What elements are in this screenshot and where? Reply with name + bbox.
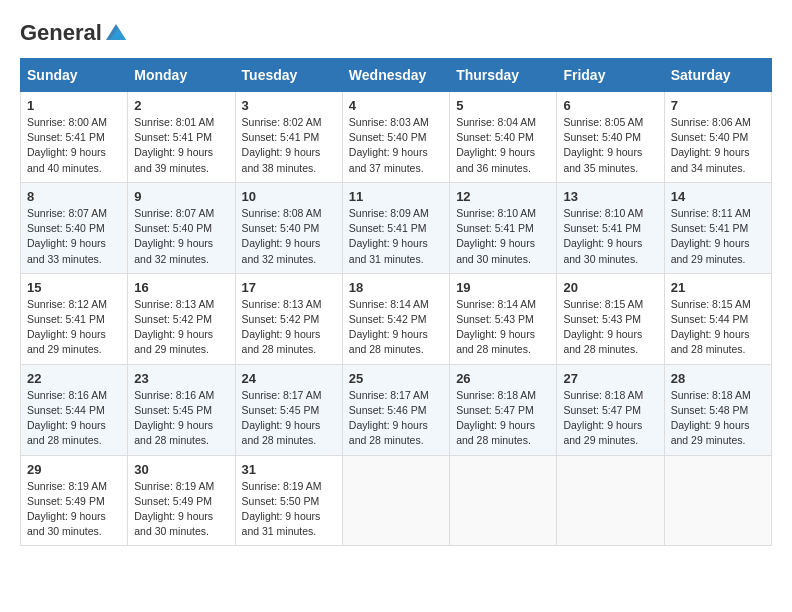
day-number: 5	[456, 98, 550, 113]
calendar-cell	[342, 455, 449, 546]
day-info: Sunrise: 8:14 AM Sunset: 5:42 PM Dayligh…	[349, 297, 443, 358]
calendar-cell: 19 Sunrise: 8:14 AM Sunset: 5:43 PM Dayl…	[450, 273, 557, 364]
day-number: 15	[27, 280, 121, 295]
day-info: Sunrise: 8:15 AM Sunset: 5:44 PM Dayligh…	[671, 297, 765, 358]
day-info: Sunrise: 8:14 AM Sunset: 5:43 PM Dayligh…	[456, 297, 550, 358]
day-number: 24	[242, 371, 336, 386]
day-number: 25	[349, 371, 443, 386]
calendar-cell: 10 Sunrise: 8:08 AM Sunset: 5:40 PM Dayl…	[235, 182, 342, 273]
calendar-week-row: 1 Sunrise: 8:00 AM Sunset: 5:41 PM Dayli…	[21, 92, 772, 183]
calendar-cell: 22 Sunrise: 8:16 AM Sunset: 5:44 PM Dayl…	[21, 364, 128, 455]
day-number: 17	[242, 280, 336, 295]
day-info: Sunrise: 8:18 AM Sunset: 5:47 PM Dayligh…	[456, 388, 550, 449]
calendar-cell: 16 Sunrise: 8:13 AM Sunset: 5:42 PM Dayl…	[128, 273, 235, 364]
day-info: Sunrise: 8:03 AM Sunset: 5:40 PM Dayligh…	[349, 115, 443, 176]
day-number: 14	[671, 189, 765, 204]
day-number: 9	[134, 189, 228, 204]
day-number: 8	[27, 189, 121, 204]
day-info: Sunrise: 8:15 AM Sunset: 5:43 PM Dayligh…	[563, 297, 657, 358]
calendar-cell: 4 Sunrise: 8:03 AM Sunset: 5:40 PM Dayli…	[342, 92, 449, 183]
header-friday: Friday	[557, 59, 664, 92]
calendar-cell: 31 Sunrise: 8:19 AM Sunset: 5:50 PM Dayl…	[235, 455, 342, 546]
calendar-cell: 7 Sunrise: 8:06 AM Sunset: 5:40 PM Dayli…	[664, 92, 771, 183]
calendar-cell: 15 Sunrise: 8:12 AM Sunset: 5:41 PM Dayl…	[21, 273, 128, 364]
day-number: 27	[563, 371, 657, 386]
calendar-week-row: 15 Sunrise: 8:12 AM Sunset: 5:41 PM Dayl…	[21, 273, 772, 364]
calendar-cell: 11 Sunrise: 8:09 AM Sunset: 5:41 PM Dayl…	[342, 182, 449, 273]
day-number: 12	[456, 189, 550, 204]
day-info: Sunrise: 8:04 AM Sunset: 5:40 PM Dayligh…	[456, 115, 550, 176]
day-info: Sunrise: 8:13 AM Sunset: 5:42 PM Dayligh…	[134, 297, 228, 358]
day-number: 13	[563, 189, 657, 204]
day-info: Sunrise: 8:02 AM Sunset: 5:41 PM Dayligh…	[242, 115, 336, 176]
day-info: Sunrise: 8:19 AM Sunset: 5:50 PM Dayligh…	[242, 479, 336, 540]
calendar-cell	[664, 455, 771, 546]
day-info: Sunrise: 8:07 AM Sunset: 5:40 PM Dayligh…	[134, 206, 228, 267]
day-number: 10	[242, 189, 336, 204]
calendar-cell: 12 Sunrise: 8:10 AM Sunset: 5:41 PM Dayl…	[450, 182, 557, 273]
day-number: 3	[242, 98, 336, 113]
day-number: 1	[27, 98, 121, 113]
calendar-cell: 30 Sunrise: 8:19 AM Sunset: 5:49 PM Dayl…	[128, 455, 235, 546]
day-info: Sunrise: 8:19 AM Sunset: 5:49 PM Dayligh…	[27, 479, 121, 540]
header-saturday: Saturday	[664, 59, 771, 92]
calendar-week-row: 8 Sunrise: 8:07 AM Sunset: 5:40 PM Dayli…	[21, 182, 772, 273]
day-number: 21	[671, 280, 765, 295]
calendar-cell: 20 Sunrise: 8:15 AM Sunset: 5:43 PM Dayl…	[557, 273, 664, 364]
day-info: Sunrise: 8:13 AM Sunset: 5:42 PM Dayligh…	[242, 297, 336, 358]
calendar-header-row: Sunday Monday Tuesday Wednesday Thursday…	[21, 59, 772, 92]
day-number: 2	[134, 98, 228, 113]
header-wednesday: Wednesday	[342, 59, 449, 92]
calendar-cell: 8 Sunrise: 8:07 AM Sunset: 5:40 PM Dayli…	[21, 182, 128, 273]
logo-general: General	[20, 20, 102, 46]
day-info: Sunrise: 8:08 AM Sunset: 5:40 PM Dayligh…	[242, 206, 336, 267]
day-info: Sunrise: 8:06 AM Sunset: 5:40 PM Dayligh…	[671, 115, 765, 176]
calendar-cell	[450, 455, 557, 546]
day-info: Sunrise: 8:16 AM Sunset: 5:44 PM Dayligh…	[27, 388, 121, 449]
calendar-cell: 26 Sunrise: 8:18 AM Sunset: 5:47 PM Dayl…	[450, 364, 557, 455]
day-info: Sunrise: 8:10 AM Sunset: 5:41 PM Dayligh…	[563, 206, 657, 267]
day-number: 29	[27, 462, 121, 477]
day-number: 20	[563, 280, 657, 295]
calendar-week-row: 29 Sunrise: 8:19 AM Sunset: 5:49 PM Dayl…	[21, 455, 772, 546]
header-monday: Monday	[128, 59, 235, 92]
calendar-cell: 6 Sunrise: 8:05 AM Sunset: 5:40 PM Dayli…	[557, 92, 664, 183]
day-number: 18	[349, 280, 443, 295]
calendar-cell: 3 Sunrise: 8:02 AM Sunset: 5:41 PM Dayli…	[235, 92, 342, 183]
calendar-cell: 24 Sunrise: 8:17 AM Sunset: 5:45 PM Dayl…	[235, 364, 342, 455]
day-number: 19	[456, 280, 550, 295]
calendar-cell: 23 Sunrise: 8:16 AM Sunset: 5:45 PM Dayl…	[128, 364, 235, 455]
calendar-cell: 9 Sunrise: 8:07 AM Sunset: 5:40 PM Dayli…	[128, 182, 235, 273]
day-info: Sunrise: 8:18 AM Sunset: 5:48 PM Dayligh…	[671, 388, 765, 449]
calendar-week-row: 22 Sunrise: 8:16 AM Sunset: 5:44 PM Dayl…	[21, 364, 772, 455]
header-tuesday: Tuesday	[235, 59, 342, 92]
day-number: 30	[134, 462, 228, 477]
day-info: Sunrise: 8:19 AM Sunset: 5:49 PM Dayligh…	[134, 479, 228, 540]
calendar-cell: 1 Sunrise: 8:00 AM Sunset: 5:41 PM Dayli…	[21, 92, 128, 183]
day-info: Sunrise: 8:01 AM Sunset: 5:41 PM Dayligh…	[134, 115, 228, 176]
header-sunday: Sunday	[21, 59, 128, 92]
calendar-cell: 5 Sunrise: 8:04 AM Sunset: 5:40 PM Dayli…	[450, 92, 557, 183]
calendar-cell: 2 Sunrise: 8:01 AM Sunset: 5:41 PM Dayli…	[128, 92, 235, 183]
day-info: Sunrise: 8:07 AM Sunset: 5:40 PM Dayligh…	[27, 206, 121, 267]
calendar-cell: 27 Sunrise: 8:18 AM Sunset: 5:47 PM Dayl…	[557, 364, 664, 455]
day-number: 4	[349, 98, 443, 113]
day-number: 23	[134, 371, 228, 386]
day-info: Sunrise: 8:17 AM Sunset: 5:45 PM Dayligh…	[242, 388, 336, 449]
calendar-cell: 17 Sunrise: 8:13 AM Sunset: 5:42 PM Dayl…	[235, 273, 342, 364]
day-number: 26	[456, 371, 550, 386]
day-number: 11	[349, 189, 443, 204]
day-info: Sunrise: 8:17 AM Sunset: 5:46 PM Dayligh…	[349, 388, 443, 449]
calendar-cell: 25 Sunrise: 8:17 AM Sunset: 5:46 PM Dayl…	[342, 364, 449, 455]
calendar-cell: 18 Sunrise: 8:14 AM Sunset: 5:42 PM Dayl…	[342, 273, 449, 364]
page-header: General	[20, 20, 772, 42]
calendar-cell: 14 Sunrise: 8:11 AM Sunset: 5:41 PM Dayl…	[664, 182, 771, 273]
day-number: 16	[134, 280, 228, 295]
day-info: Sunrise: 8:05 AM Sunset: 5:40 PM Dayligh…	[563, 115, 657, 176]
day-number: 6	[563, 98, 657, 113]
day-info: Sunrise: 8:00 AM Sunset: 5:41 PM Dayligh…	[27, 115, 121, 176]
day-number: 31	[242, 462, 336, 477]
day-info: Sunrise: 8:11 AM Sunset: 5:41 PM Dayligh…	[671, 206, 765, 267]
calendar-cell	[557, 455, 664, 546]
day-info: Sunrise: 8:09 AM Sunset: 5:41 PM Dayligh…	[349, 206, 443, 267]
